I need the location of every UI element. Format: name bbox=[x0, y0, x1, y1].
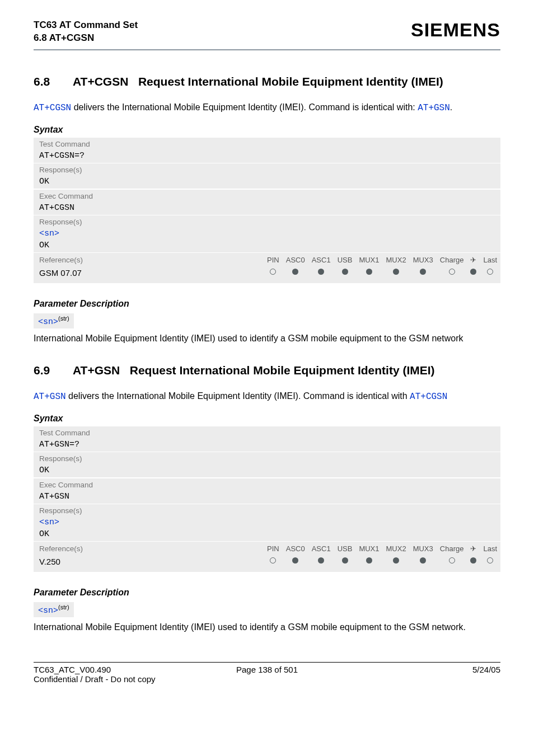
intro-post: . bbox=[450, 102, 452, 112]
flag-hdr: MUX3 bbox=[410, 542, 437, 555]
airplane-icon: ✈ bbox=[467, 253, 480, 266]
param-tag: <sn>(str) bbox=[34, 602, 74, 617]
test-command-label: Test Command bbox=[34, 426, 500, 439]
doc-title: TC63 AT Command Set bbox=[34, 19, 138, 32]
flag-hdr: ASC1 bbox=[308, 542, 334, 555]
dot-open-icon bbox=[449, 269, 455, 275]
flag-hdr: ASC0 bbox=[283, 542, 308, 555]
flag-cell bbox=[283, 266, 308, 282]
response-label: Response(s) bbox=[34, 452, 500, 464]
sn-param-link[interactable]: <sn> bbox=[39, 518, 59, 527]
dot-open-icon bbox=[270, 269, 276, 275]
param-description: International Mobile Equipment Identity … bbox=[34, 332, 500, 345]
exec-response-ok: OK bbox=[34, 529, 500, 541]
section-cmd: AT+CGSN bbox=[73, 75, 128, 88]
param-tag: <sn>(str) bbox=[34, 313, 74, 328]
flag-cell bbox=[437, 555, 467, 571]
dot-filled-icon bbox=[292, 557, 298, 564]
footer-confidential: Confidential / Draft - Do not copy bbox=[34, 674, 500, 684]
dot-filled-icon bbox=[470, 557, 476, 564]
flag-hdr: PIN bbox=[264, 542, 283, 555]
cmd-link[interactable]: AT+GSN bbox=[34, 392, 66, 402]
exec-response-sn: <sn> bbox=[34, 516, 500, 529]
reference-label: Reference(s) bbox=[34, 253, 264, 266]
reference-label: Reference(s) bbox=[34, 542, 264, 555]
flag-cell bbox=[410, 555, 437, 571]
syntax-heading: Syntax bbox=[34, 125, 500, 135]
response-label: Response(s) bbox=[34, 163, 500, 176]
param-name: <sn> bbox=[38, 317, 58, 327]
flag-hdr: Last bbox=[480, 542, 500, 555]
param-desc-heading: Parameter Description bbox=[34, 588, 500, 598]
flag-hdr: MUX3 bbox=[410, 253, 437, 266]
header-left: TC63 AT Command Set 6.8 AT+CGSN bbox=[34, 19, 138, 45]
section-intro: AT+CGSN delivers the International Mobil… bbox=[34, 101, 500, 115]
brand-logo: SIEMENS bbox=[411, 19, 500, 41]
flag-cell bbox=[410, 266, 437, 282]
dot-filled-icon bbox=[342, 269, 348, 275]
flag-cell bbox=[334, 266, 356, 282]
flag-cell bbox=[383, 266, 410, 282]
footer-left: TC63_ATC_V00.490 bbox=[34, 665, 189, 674]
page-footer: TC63_ATC_V00.490 Page 138 of 501 5/24/05… bbox=[34, 662, 500, 684]
flag-hdr: MUX2 bbox=[383, 253, 410, 266]
flag-hdr: MUX1 bbox=[355, 253, 382, 266]
flag-cell bbox=[467, 266, 480, 282]
flag-hdr: USB bbox=[334, 542, 356, 555]
flag-cell bbox=[308, 266, 334, 282]
param-name: <sn> bbox=[38, 606, 58, 616]
test-response: OK bbox=[34, 464, 500, 477]
param-type: (str) bbox=[58, 604, 69, 611]
cmd-link[interactable]: AT+CGSN bbox=[34, 103, 71, 113]
flag-hdr: MUX1 bbox=[355, 542, 382, 555]
test-command: AT+CGSN=? bbox=[34, 150, 500, 163]
response-label: Response(s) bbox=[34, 504, 500, 516]
reference-row: Reference(s) GSM 07.07 PIN ASC0 ASC1 USB… bbox=[34, 252, 500, 283]
flag-cell bbox=[383, 555, 410, 571]
dot-filled-icon bbox=[393, 557, 399, 564]
footer-right: 5/24/05 bbox=[345, 665, 500, 674]
section-number: 6.8 bbox=[34, 75, 73, 88]
syntax-block: Test Command AT+CGSN=? Response(s) OK Ex… bbox=[34, 137, 500, 283]
intro-text: delivers the International Mobile Equipm… bbox=[66, 391, 410, 401]
section-number: 6.9 bbox=[34, 364, 73, 377]
flag-hdr: ASC0 bbox=[283, 253, 308, 266]
flag-hdr: USB bbox=[334, 253, 356, 266]
dot-filled-icon bbox=[366, 557, 372, 564]
section-title-rest: Request International Mobile Equipment I… bbox=[130, 364, 435, 377]
flag-cell bbox=[467, 555, 480, 571]
flag-cell bbox=[283, 555, 308, 571]
dot-open-icon bbox=[487, 557, 493, 564]
reference-value: V.250 bbox=[34, 555, 264, 572]
exec-command: AT+CGSN bbox=[34, 202, 500, 215]
dot-filled-icon bbox=[420, 557, 426, 564]
dot-filled-icon bbox=[366, 269, 372, 275]
flags-table: PIN ASC0 ASC1 USB MUX1 MUX2 MUX3 Charge … bbox=[264, 542, 500, 571]
flag-cell bbox=[480, 266, 500, 282]
sn-param-link[interactable]: <sn> bbox=[39, 229, 59, 238]
dot-filled-icon bbox=[470, 269, 476, 275]
flag-cell bbox=[308, 555, 334, 571]
flag-hdr: Charge bbox=[437, 253, 467, 266]
dot-filled-icon bbox=[318, 269, 324, 275]
response-label: Response(s) bbox=[34, 215, 500, 228]
flag-hdr: Last bbox=[480, 253, 500, 266]
flag-hdr: ASC1 bbox=[308, 253, 334, 266]
doc-section: 6.8 AT+CGSN bbox=[34, 32, 138, 45]
cmd-link[interactable]: AT+CGSN bbox=[410, 392, 447, 402]
flag-cell bbox=[264, 555, 283, 571]
reference-row: Reference(s) V.250 PIN ASC0 ASC1 USB MUX… bbox=[34, 541, 500, 572]
section-title-rest: Request International Mobile Equipment I… bbox=[138, 75, 443, 88]
dot-filled-icon bbox=[342, 557, 348, 564]
dot-filled-icon bbox=[292, 269, 298, 275]
flag-hdr: PIN bbox=[264, 253, 283, 266]
param-description: International Mobile Equipment Identity … bbox=[34, 621, 500, 633]
intro-text: delivers the International Mobile Equipm… bbox=[71, 102, 418, 112]
dot-open-icon bbox=[487, 269, 493, 275]
test-command-label: Test Command bbox=[34, 137, 500, 150]
flag-hdr: Charge bbox=[437, 542, 467, 555]
cmd-link[interactable]: AT+GSN bbox=[418, 103, 450, 113]
exec-response-sn: <sn> bbox=[34, 228, 500, 241]
reference-value: GSM 07.07 bbox=[34, 266, 264, 283]
dot-filled-icon bbox=[393, 269, 399, 275]
